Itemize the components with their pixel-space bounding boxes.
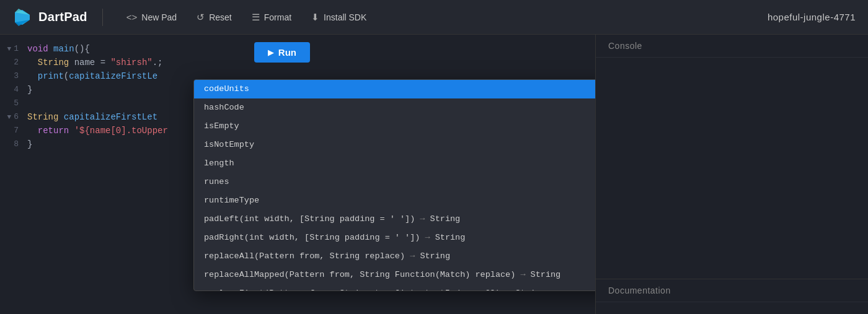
- editor-pane[interactable]: ▼1 void main(){ 2 String name = "shirsh"…: [0, 35, 595, 314]
- reset-button[interactable]: ↺ Reset: [188, 8, 241, 27]
- line-num-7: 7: [0, 124, 27, 137]
- logo: DartPad: [12, 7, 87, 27]
- new-pad-button[interactable]: <> New Pad: [118, 8, 185, 26]
- line-arrow-1: ▼: [7, 42, 12, 56]
- run-button-container: ▶ Run: [254, 42, 310, 63]
- ac-item-4[interactable]: length: [194, 154, 595, 173]
- run-icon: ▶: [268, 48, 273, 57]
- line-code-8: }: [27, 137, 32, 151]
- line-num-3: 3: [0, 69, 27, 83]
- console-panel: Console: [596, 35, 868, 279]
- line-code-2: String name = "shirsh".;: [27, 56, 163, 69]
- format-icon: ☰: [252, 12, 260, 23]
- line-num-2: 2: [0, 56, 27, 69]
- ac-item-9[interactable]: replaceAll(Pattern from, String replace)…: [194, 247, 595, 266]
- topbar-divider: [102, 9, 103, 26]
- docs-header: Documentation: [596, 279, 868, 302]
- ac-item-10[interactable]: replaceAllMapped(Pattern from, String Fu…: [194, 266, 595, 284]
- topbar-actions: <> New Pad ↺ Reset ☰ Format ⬇ Install SD…: [118, 8, 376, 27]
- ac-item-7[interactable]: padLeft(int width, [String padding = ' '…: [194, 210, 595, 229]
- ac-item-6[interactable]: runtimeType: [194, 191, 595, 210]
- ac-item-8[interactable]: padRight(int width, [String padding = ' …: [194, 229, 595, 247]
- docs-panel: Documentation: [596, 279, 868, 314]
- line-code-4: }: [27, 83, 32, 97]
- topbar-left: DartPad <> New Pad ↺ Reset ☰ Format ⬇ In…: [12, 7, 375, 27]
- logo-text: DartPad: [38, 10, 87, 24]
- right-panel: Console Documentation: [595, 35, 868, 314]
- run-button[interactable]: ▶ Run: [254, 42, 310, 63]
- ac-item-3[interactable]: isNotEmpty: [194, 136, 595, 154]
- autocomplete-dropdown[interactable]: codeUnits hashCode isEmpty isNotEmpty le…: [193, 79, 595, 291]
- line-num-6: ▼6: [0, 110, 27, 124]
- line-code-3: print(capitalizeFirstLe: [27, 69, 157, 83]
- line-num-8: 8: [0, 137, 27, 151]
- line-num-1: ▼1: [0, 42, 27, 56]
- ac-item-2[interactable]: isEmpty: [194, 117, 595, 136]
- ac-item-5[interactable]: runes: [194, 173, 595, 191]
- run-label: Run: [278, 47, 296, 58]
- format-button[interactable]: ☰ Format: [243, 8, 300, 27]
- ac-item-1[interactable]: hashCode: [194, 98, 595, 117]
- line-code-7: return '${name[0].toUpper: [27, 124, 168, 137]
- topbar: DartPad <> New Pad ↺ Reset ☰ Format ⬇ In…: [0, 0, 868, 35]
- autocomplete-scroll[interactable]: codeUnits hashCode isEmpty isNotEmpty le…: [194, 80, 595, 290]
- main-area: ▼1 void main(){ 2 String name = "shirsh"…: [0, 35, 868, 314]
- line-arrow-6: ▼: [7, 110, 12, 124]
- line-code-1: void main(){: [27, 42, 90, 56]
- session-id: hopeful-jungle-4771: [768, 12, 856, 22]
- ac-item-0[interactable]: codeUnits: [194, 80, 595, 98]
- line-code-6: String capitalizeFirstLet: [27, 110, 157, 124]
- line-num-5: 5: [0, 97, 27, 110]
- install-sdk-button[interactable]: ⬇ Install SDK: [303, 8, 375, 27]
- dartpad-logo-icon: [12, 7, 32, 27]
- install-icon: ⬇: [311, 12, 319, 23]
- ac-item-11[interactable]: replaceFirst(Pattern from, String to, [i…: [194, 284, 595, 290]
- new-pad-icon: <>: [126, 12, 138, 22]
- line-num-4: 4: [0, 83, 27, 97]
- console-header: Console: [596, 35, 868, 58]
- reset-icon: ↺: [197, 12, 205, 23]
